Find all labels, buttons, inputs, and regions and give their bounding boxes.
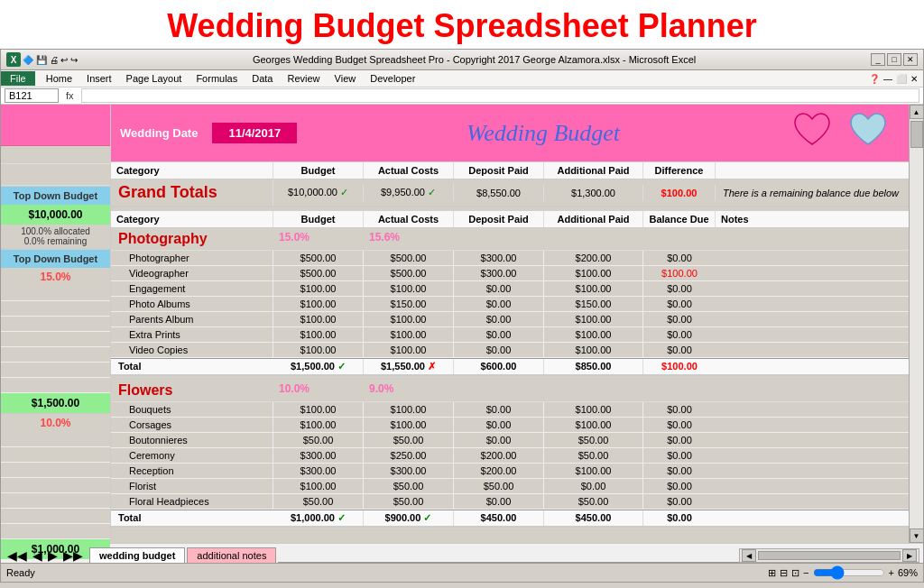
photo-item-additional: $200.00 — [544, 251, 643, 265]
photography-item-row: Photographer $500.00 $500.00 $300.00 $20… — [111, 251, 909, 266]
dep-header: Deposit Paid — [454, 211, 544, 227]
sheet2-tab[interactable]: additional notes — [187, 547, 276, 563]
close-icon[interactable]: ✕ — [910, 74, 918, 84]
flower-item-balance: $0.00 — [643, 448, 716, 463]
photo-total-actual: $1,550.00 ✗ — [364, 359, 454, 374]
flower-item-name: Ceremony — [111, 448, 273, 463]
grand-actual-value: $9,950.00 ✓ — [364, 184, 454, 201]
scroll-left-button[interactable]: ◀ — [742, 549, 756, 562]
category-header: Category — [111, 162, 273, 179]
scroll-down-button[interactable]: ▼ — [910, 528, 924, 543]
tab-nav-last[interactable]: ▶▶ — [60, 548, 86, 563]
flower-item-actual: $50.00 — [364, 479, 454, 493]
photography-label: Photography — [111, 228, 273, 250]
formula-bar: fx — [1, 87, 923, 105]
formula-input[interactable] — [81, 88, 919, 103]
photo-item-balance: $0.00 — [643, 312, 716, 326]
photo-item-deposit: $300.00 — [454, 266, 544, 280]
flowers-pct-sidebar: 10.0% — [1, 414, 110, 432]
minimize-button[interactable]: _ — [871, 53, 885, 66]
fx-label: fx — [62, 90, 78, 101]
formulas-menu[interactable]: Formulas — [189, 71, 245, 86]
help-icon[interactable]: ❓ — [869, 74, 880, 84]
flower-item-budget: $100.00 — [273, 418, 364, 432]
notes-header: Notes — [716, 211, 909, 227]
scroll-up-button[interactable]: ▲ — [910, 105, 924, 119]
view-page-break-icon[interactable]: ⊡ — [791, 567, 799, 579]
grand-totals-header: Category Budget Actual Costs Deposit Pai… — [111, 161, 909, 179]
tab-nav-first[interactable]: ◀◀ — [5, 548, 30, 563]
close-button[interactable]: ✕ — [903, 53, 918, 66]
photo-total-balance: $100.00 — [643, 359, 716, 374]
zoom-in-button[interactable]: + — [889, 567, 894, 578]
photo-item-budget: $100.00 — [273, 297, 364, 311]
grand-additional-value: $1,300.00 — [544, 185, 643, 201]
flower-item-additional: $0.00 — [544, 479, 643, 493]
grand-totals-label: Grand Totals — [111, 179, 273, 206]
flower-item-balance: $0.00 — [643, 402, 716, 417]
zoom-controls: ⊞ ⊟ ⊡ − + 69% — [768, 565, 918, 580]
flower-item-budget: $50.00 — [273, 494, 364, 509]
flower-item-deposit: $0.00 — [454, 418, 544, 432]
photography-items: Photographer $500.00 $500.00 $300.00 $20… — [111, 251, 909, 358]
view-layout-icon[interactable]: ⊟ — [780, 567, 788, 579]
collapse-icon[interactable]: — — [883, 74, 892, 84]
wedding-budget-title: Wedding Budget — [297, 120, 789, 147]
view-normal-icon[interactable]: ⊞ — [768, 567, 776, 579]
flower-item-name: Reception — [111, 464, 273, 478]
photo-item-actual: $150.00 — [364, 297, 454, 311]
data-menu[interactable]: Data — [245, 71, 280, 86]
flower-item-actual: $100.00 — [364, 402, 454, 417]
status-bar: Ready ⊞ ⊟ ⊡ − + 69% — [1, 563, 923, 582]
flower-item-budget: $50.00 — [273, 433, 364, 447]
zoom-slider[interactable] — [813, 565, 885, 580]
wedding-date-value: 11/4/2017 — [212, 123, 297, 143]
photo-item-deposit: $0.00 — [454, 281, 544, 296]
vertical-scrollbar[interactable]: ▲ ▼ — [909, 105, 923, 543]
photo-item-additional: $100.00 — [544, 281, 643, 296]
photo-item-deposit: $0.00 — [454, 327, 544, 342]
horizontal-scroll-thumb[interactable] — [758, 551, 901, 560]
photo-item-additional: $100.00 — [544, 266, 643, 280]
maximize-button[interactable]: □ — [887, 53, 901, 66]
photo-item-deposit: $300.00 — [454, 251, 544, 265]
photo-item-balance: $0.00 — [643, 327, 716, 342]
scroll-right-button[interactable]: ▶ — [902, 549, 917, 562]
flower-item-actual: $100.00 — [364, 418, 454, 432]
title-bar: X 🔷 💾 🖨 ↩ ↪ Georges Wedding Budget Sprea… — [1, 50, 923, 70]
zoom-out-button[interactable]: − — [803, 567, 808, 578]
restore-icon[interactable]: ⬜ — [896, 74, 907, 84]
flowers-total-label: Total — [111, 510, 273, 526]
photo-item-actual: $500.00 — [364, 251, 454, 265]
insert-menu[interactable]: Insert — [79, 71, 119, 86]
flowers-item-row: Florist $100.00 $50.00 $50.00 $0.00 $0.0… — [111, 479, 909, 494]
flower-item-name: Boutonnieres — [111, 433, 273, 447]
file-menu[interactable]: File — [1, 71, 35, 86]
budget-value: $10,000.00 — [1, 205, 110, 225]
home-menu[interactable]: Home — [39, 71, 79, 86]
photo-item-additional: $100.00 — [544, 312, 643, 326]
scroll-thumb[interactable] — [910, 121, 923, 148]
review-menu[interactable]: Review — [280, 71, 327, 86]
photography-budget-pct: 15.0% — [273, 228, 364, 250]
flower-item-name: Bouquets — [111, 402, 273, 417]
page-layout-menu[interactable]: Page Layout — [119, 71, 189, 86]
flower-item-additional: $100.00 — [544, 464, 643, 478]
cell-reference-input[interactable] — [5, 88, 59, 103]
photography-total-label: Total — [111, 359, 273, 374]
main-title: Wedding Budget Spreadsheet Planner — [0, 0, 924, 49]
sheet1-tab[interactable]: wedding budget — [89, 547, 185, 563]
developer-menu[interactable]: Developer — [363, 71, 422, 86]
flower-item-name: Florist — [111, 479, 273, 493]
photo-item-additional: $100.00 — [544, 327, 643, 342]
photography-pct-sidebar: 15.0% — [1, 268, 110, 286]
photo-item-budget: $500.00 — [273, 266, 364, 280]
photo-item-budget: $100.00 — [273, 312, 364, 326]
view-menu[interactable]: View — [328, 71, 364, 86]
tab-nav-next[interactable]: ▶ — [45, 548, 60, 563]
flower-item-actual: $250.00 — [364, 448, 454, 463]
flowers-item-row: Ceremony $300.00 $250.00 $200.00 $50.00 … — [111, 448, 909, 464]
tab-nav-prev[interactable]: ◀ — [30, 548, 45, 563]
flowers-item-row: Reception $300.00 $300.00 $200.00 $100.0… — [111, 464, 909, 479]
photography-headers: Category Budget Actual Costs Deposit Pai… — [111, 211, 909, 228]
